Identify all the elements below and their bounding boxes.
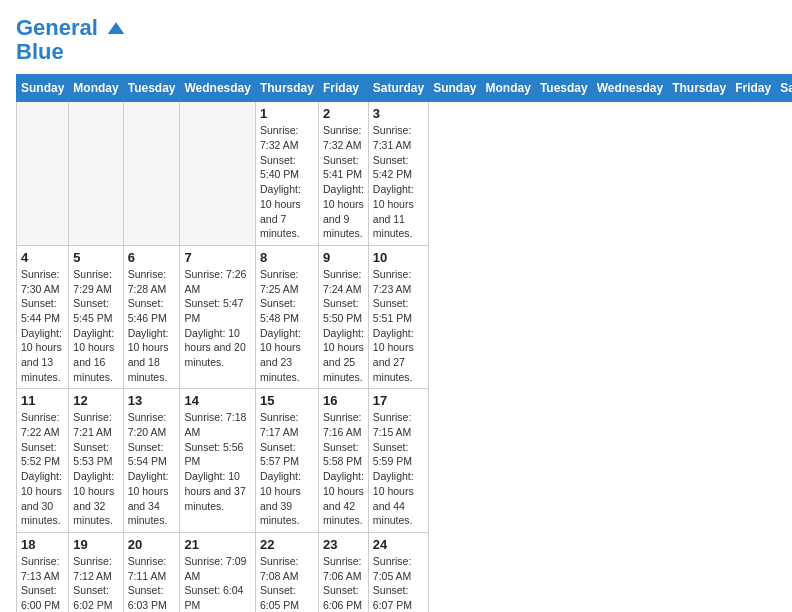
day-info: Sunrise: 7:32 AMSunset: 5:40 PMDaylight:… bbox=[260, 123, 314, 241]
calendar-cell bbox=[123, 102, 180, 246]
day-number: 11 bbox=[21, 393, 64, 408]
day-number: 16 bbox=[323, 393, 364, 408]
calendar-cell bbox=[180, 102, 255, 246]
calendar-cell: 10Sunrise: 7:23 AMSunset: 5:51 PMDayligh… bbox=[368, 245, 428, 389]
col-header-friday: Friday bbox=[731, 75, 776, 102]
calendar-cell: 13Sunrise: 7:20 AMSunset: 5:54 PMDayligh… bbox=[123, 389, 180, 533]
day-number: 2 bbox=[323, 106, 364, 121]
day-number: 6 bbox=[128, 250, 176, 265]
calendar-cell: 15Sunrise: 7:17 AMSunset: 5:57 PMDayligh… bbox=[255, 389, 318, 533]
calendar-week-row: 18Sunrise: 7:13 AMSunset: 6:00 PMDayligh… bbox=[17, 532, 793, 612]
page-header: General Blue bbox=[16, 16, 776, 64]
calendar-cell: 11Sunrise: 7:22 AMSunset: 5:52 PMDayligh… bbox=[17, 389, 69, 533]
calendar-cell: 22Sunrise: 7:08 AMSunset: 6:05 PMDayligh… bbox=[255, 532, 318, 612]
day-info: Sunrise: 7:16 AMSunset: 5:58 PMDaylight:… bbox=[323, 410, 364, 528]
col-header-wednesday: Wednesday bbox=[180, 75, 255, 102]
day-number: 14 bbox=[184, 393, 250, 408]
calendar-cell: 4Sunrise: 7:30 AMSunset: 5:44 PMDaylight… bbox=[17, 245, 69, 389]
day-info: Sunrise: 7:29 AMSunset: 5:45 PMDaylight:… bbox=[73, 267, 118, 385]
day-number: 9 bbox=[323, 250, 364, 265]
col-header-saturday: Saturday bbox=[368, 75, 428, 102]
day-number: 1 bbox=[260, 106, 314, 121]
calendar-header-row: SundayMondayTuesdayWednesdayThursdayFrid… bbox=[17, 75, 793, 102]
col-header-tuesday: Tuesday bbox=[123, 75, 180, 102]
col-header-saturday: Saturday bbox=[776, 75, 792, 102]
day-number: 15 bbox=[260, 393, 314, 408]
day-info: Sunrise: 7:15 AMSunset: 5:59 PMDaylight:… bbox=[373, 410, 424, 528]
calendar-cell: 19Sunrise: 7:12 AMSunset: 6:02 PMDayligh… bbox=[69, 532, 123, 612]
col-header-friday: Friday bbox=[318, 75, 368, 102]
calendar-cell: 5Sunrise: 7:29 AMSunset: 5:45 PMDaylight… bbox=[69, 245, 123, 389]
day-number: 19 bbox=[73, 537, 118, 552]
day-number: 22 bbox=[260, 537, 314, 552]
calendar-cell: 24Sunrise: 7:05 AMSunset: 6:07 PMDayligh… bbox=[368, 532, 428, 612]
logo-icon bbox=[106, 19, 126, 39]
day-info: Sunrise: 7:23 AMSunset: 5:51 PMDaylight:… bbox=[373, 267, 424, 385]
col-header-thursday: Thursday bbox=[255, 75, 318, 102]
day-number: 21 bbox=[184, 537, 250, 552]
calendar-table: SundayMondayTuesdayWednesdayThursdayFrid… bbox=[16, 74, 792, 612]
calendar-week-row: 11Sunrise: 7:22 AMSunset: 5:52 PMDayligh… bbox=[17, 389, 793, 533]
day-number: 8 bbox=[260, 250, 314, 265]
calendar-week-row: 1Sunrise: 7:32 AMSunset: 5:40 PMDaylight… bbox=[17, 102, 793, 246]
calendar-cell: 16Sunrise: 7:16 AMSunset: 5:58 PMDayligh… bbox=[318, 389, 368, 533]
col-header-sunday: Sunday bbox=[17, 75, 69, 102]
day-number: 17 bbox=[373, 393, 424, 408]
day-number: 13 bbox=[128, 393, 176, 408]
calendar-cell: 3Sunrise: 7:31 AMSunset: 5:42 PMDaylight… bbox=[368, 102, 428, 246]
calendar-cell: 20Sunrise: 7:11 AMSunset: 6:03 PMDayligh… bbox=[123, 532, 180, 612]
logo: General Blue bbox=[16, 16, 126, 64]
col-header-monday: Monday bbox=[69, 75, 123, 102]
calendar-cell: 8Sunrise: 7:25 AMSunset: 5:48 PMDaylight… bbox=[255, 245, 318, 389]
col-header-sunday: Sunday bbox=[429, 75, 481, 102]
day-info: Sunrise: 7:12 AMSunset: 6:02 PMDaylight:… bbox=[73, 554, 118, 612]
day-info: Sunrise: 7:18 AMSunset: 5:56 PMDaylight:… bbox=[184, 410, 250, 513]
calendar-cell bbox=[69, 102, 123, 246]
calendar-week-row: 4Sunrise: 7:30 AMSunset: 5:44 PMDaylight… bbox=[17, 245, 793, 389]
day-info: Sunrise: 7:31 AMSunset: 5:42 PMDaylight:… bbox=[373, 123, 424, 241]
day-info: Sunrise: 7:09 AMSunset: 6:04 PMDaylight:… bbox=[184, 554, 250, 612]
calendar-cell: 9Sunrise: 7:24 AMSunset: 5:50 PMDaylight… bbox=[318, 245, 368, 389]
day-info: Sunrise: 7:22 AMSunset: 5:52 PMDaylight:… bbox=[21, 410, 64, 528]
calendar-cell: 12Sunrise: 7:21 AMSunset: 5:53 PMDayligh… bbox=[69, 389, 123, 533]
calendar-cell bbox=[17, 102, 69, 246]
day-info: Sunrise: 7:20 AMSunset: 5:54 PMDaylight:… bbox=[128, 410, 176, 528]
calendar-cell: 18Sunrise: 7:13 AMSunset: 6:00 PMDayligh… bbox=[17, 532, 69, 612]
day-number: 7 bbox=[184, 250, 250, 265]
day-number: 18 bbox=[21, 537, 64, 552]
day-info: Sunrise: 7:11 AMSunset: 6:03 PMDaylight:… bbox=[128, 554, 176, 612]
logo-text: General bbox=[16, 16, 126, 40]
day-number: 4 bbox=[21, 250, 64, 265]
logo-blue-text: Blue bbox=[16, 40, 126, 64]
day-info: Sunrise: 7:21 AMSunset: 5:53 PMDaylight:… bbox=[73, 410, 118, 528]
col-header-tuesday: Tuesday bbox=[535, 75, 592, 102]
day-info: Sunrise: 7:24 AMSunset: 5:50 PMDaylight:… bbox=[323, 267, 364, 385]
day-number: 3 bbox=[373, 106, 424, 121]
day-info: Sunrise: 7:28 AMSunset: 5:46 PMDaylight:… bbox=[128, 267, 176, 385]
svg-marker-0 bbox=[108, 23, 125, 35]
day-number: 5 bbox=[73, 250, 118, 265]
day-number: 12 bbox=[73, 393, 118, 408]
col-header-wednesday: Wednesday bbox=[592, 75, 667, 102]
calendar-cell: 17Sunrise: 7:15 AMSunset: 5:59 PMDayligh… bbox=[368, 389, 428, 533]
day-info: Sunrise: 7:17 AMSunset: 5:57 PMDaylight:… bbox=[260, 410, 314, 528]
day-number: 20 bbox=[128, 537, 176, 552]
calendar-cell: 21Sunrise: 7:09 AMSunset: 6:04 PMDayligh… bbox=[180, 532, 255, 612]
calendar-cell: 23Sunrise: 7:06 AMSunset: 6:06 PMDayligh… bbox=[318, 532, 368, 612]
calendar-cell: 1Sunrise: 7:32 AMSunset: 5:40 PMDaylight… bbox=[255, 102, 318, 246]
calendar-cell: 6Sunrise: 7:28 AMSunset: 5:46 PMDaylight… bbox=[123, 245, 180, 389]
day-info: Sunrise: 7:25 AMSunset: 5:48 PMDaylight:… bbox=[260, 267, 314, 385]
day-number: 10 bbox=[373, 250, 424, 265]
calendar-cell: 2Sunrise: 7:32 AMSunset: 5:41 PMDaylight… bbox=[318, 102, 368, 246]
day-info: Sunrise: 7:32 AMSunset: 5:41 PMDaylight:… bbox=[323, 123, 364, 241]
day-info: Sunrise: 7:26 AMSunset: 5:47 PMDaylight:… bbox=[184, 267, 250, 370]
calendar-cell: 14Sunrise: 7:18 AMSunset: 5:56 PMDayligh… bbox=[180, 389, 255, 533]
day-number: 24 bbox=[373, 537, 424, 552]
day-number: 23 bbox=[323, 537, 364, 552]
col-header-monday: Monday bbox=[481, 75, 535, 102]
day-info: Sunrise: 7:08 AMSunset: 6:05 PMDaylight:… bbox=[260, 554, 314, 612]
col-header-thursday: Thursday bbox=[668, 75, 731, 102]
day-info: Sunrise: 7:13 AMSunset: 6:00 PMDaylight:… bbox=[21, 554, 64, 612]
day-info: Sunrise: 7:05 AMSunset: 6:07 PMDaylight:… bbox=[373, 554, 424, 612]
day-info: Sunrise: 7:06 AMSunset: 6:06 PMDaylight:… bbox=[323, 554, 364, 612]
